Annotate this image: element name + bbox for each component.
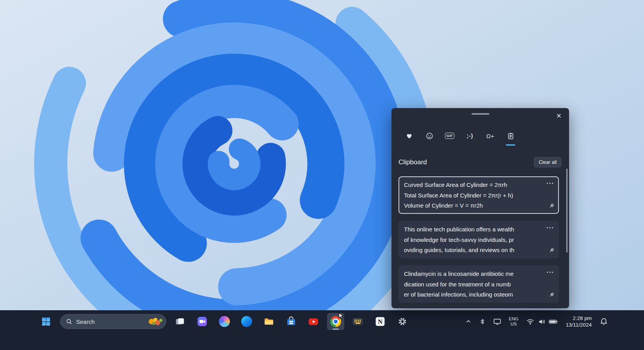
taskbar-inner: Search xyxy=(0,311,644,332)
chrome-button[interactable] xyxy=(327,313,344,330)
clock-button[interactable]: 2:28 pm 13/11/2024 xyxy=(565,314,592,329)
panel-title: Clipboard xyxy=(398,158,427,166)
panel-scrollbar[interactable] xyxy=(566,167,568,304)
system-tray: ENG US xyxy=(464,314,609,329)
pin-icon[interactable] xyxy=(547,246,556,256)
keyboard-app-button[interactable] xyxy=(349,313,366,330)
symbols-icon-label: Ω+ xyxy=(486,133,494,139)
clipboard-icon[interactable] xyxy=(505,130,516,142)
clipboard-item-line: oviding guides, tutorials, and reviews o… xyxy=(404,245,542,256)
chat-button[interactable] xyxy=(194,313,211,330)
bluetooth-button[interactable] xyxy=(479,317,486,326)
clipboard-item[interactable]: Curved Surface Area of Cylinder = 2πrh T… xyxy=(398,176,559,214)
keyboard-icon xyxy=(352,316,363,327)
task-view-icon xyxy=(175,316,185,327)
kaomoji-icon[interactable]: ;-) xyxy=(464,130,476,142)
display-device-button[interactable] xyxy=(493,317,502,326)
svg-text:N: N xyxy=(378,318,382,325)
pin-icon-glyph xyxy=(548,247,555,254)
gif-icon-label: GIF xyxy=(445,133,455,139)
clipboard-icon-glyph xyxy=(507,132,514,140)
edge-browser-icon xyxy=(241,316,252,327)
notion-icon: N xyxy=(375,316,386,327)
clipboard-item-line: Curved Surface Area of Cylinder = 2πrh xyxy=(404,180,542,190)
folder-icon xyxy=(263,316,274,327)
taskbar: Search xyxy=(0,310,644,350)
gear-icon xyxy=(397,316,407,327)
notification-center-button[interactable] xyxy=(599,316,609,327)
search-icon xyxy=(66,318,72,325)
clear-all-button[interactable]: Clear all xyxy=(534,157,561,167)
symbols-icon[interactable]: Ω+ xyxy=(484,130,496,142)
search-highlight-graphic xyxy=(146,316,164,327)
clipboard-item-line: Total Surface Area of Cylinder = 2πr(r +… xyxy=(404,190,542,201)
wifi-icon xyxy=(526,318,534,325)
clipboard-item-line: dication used for the treatment of a num… xyxy=(404,279,542,290)
clipboard-item-line: This online tech publication offers a we… xyxy=(404,224,542,235)
tray-date: 13/11/2024 xyxy=(566,322,592,328)
quick-settings-button[interactable] xyxy=(525,318,559,326)
search-input-placeholder: Search xyxy=(76,318,142,325)
clipboard-item-line: Volume of Cylinder = V = πr2h xyxy=(404,201,542,211)
tray-time: 2:28 pm xyxy=(566,315,592,322)
volume-icon xyxy=(538,318,545,325)
language-line1: ENG xyxy=(509,316,519,322)
search-box[interactable]: Search xyxy=(60,314,166,329)
kaomoji-icon-label: ;-) xyxy=(467,133,473,139)
scrollbar-thumb[interactable] xyxy=(566,169,568,252)
notion-button[interactable]: N xyxy=(372,313,389,330)
microsoft-store-button[interactable] xyxy=(283,313,300,330)
bell-icon xyxy=(600,317,608,326)
more-options-icon[interactable]: ··· xyxy=(545,267,556,278)
start-button[interactable] xyxy=(37,313,55,330)
heart-icon[interactable] xyxy=(403,130,415,142)
clipboard-item-line: er of bacterial infections, including os… xyxy=(404,290,542,300)
pin-icon[interactable] xyxy=(547,291,556,300)
more-options-icon[interactable]: ··· xyxy=(545,178,556,189)
clipboard-item-line: Clindamycin is a lincosamide antibiotic … xyxy=(404,269,542,279)
close-icon[interactable]: × xyxy=(553,110,565,122)
pin-icon-glyph xyxy=(548,203,555,209)
edge-button[interactable] xyxy=(238,313,255,330)
display-icon xyxy=(493,318,501,325)
pin-icon-glyph xyxy=(548,292,555,298)
language-switcher[interactable]: ENG US xyxy=(508,316,519,327)
copilot-button[interactable] xyxy=(216,313,233,330)
active-app-indicator xyxy=(333,329,339,330)
tray-overflow-button[interactable] xyxy=(464,318,472,325)
youtube-button[interactable] xyxy=(305,313,322,330)
panel-drag-handle[interactable] xyxy=(471,113,489,115)
bluetooth-icon xyxy=(479,318,486,325)
active-tab-underline xyxy=(506,144,515,146)
settings-button[interactable] xyxy=(394,313,411,330)
clipboard-item[interactable]: Clindamycin is a lincosamide antibiotic … xyxy=(398,265,559,303)
heart-icon-glyph xyxy=(406,132,413,140)
chrome-icon xyxy=(330,316,341,327)
file-explorer-button[interactable] xyxy=(260,313,278,330)
language-line2: US xyxy=(509,322,519,327)
windows-logo-icon xyxy=(41,316,51,327)
store-icon xyxy=(286,316,297,327)
clipboard-items-list: Curved Surface Area of Cylinder = 2πrh T… xyxy=(398,176,559,303)
chevron-up-icon xyxy=(465,319,471,324)
youtube-icon xyxy=(308,316,319,327)
task-view-button[interactable] xyxy=(171,313,189,330)
panel-tab-row: GIF ;-) Ω+ xyxy=(403,130,516,142)
more-options-icon[interactable]: ··· xyxy=(545,222,556,233)
video-chat-icon xyxy=(197,316,208,327)
clipboard-panel: × GIF ;-) Ω+ xyxy=(391,108,569,308)
smiley-icon-glyph xyxy=(426,132,433,140)
smiley-icon[interactable] xyxy=(423,130,435,142)
pin-icon[interactable] xyxy=(547,202,556,211)
clipboard-item[interactable]: This online tech publication offers a we… xyxy=(398,221,559,258)
clipboard-item-line: of knowledge for tech-savvy individuals,… xyxy=(404,235,542,245)
gif-icon[interactable]: GIF xyxy=(444,130,455,142)
copilot-icon xyxy=(219,316,230,327)
battery-icon xyxy=(549,319,558,324)
panel-header: Clipboard Clear all xyxy=(398,157,561,167)
